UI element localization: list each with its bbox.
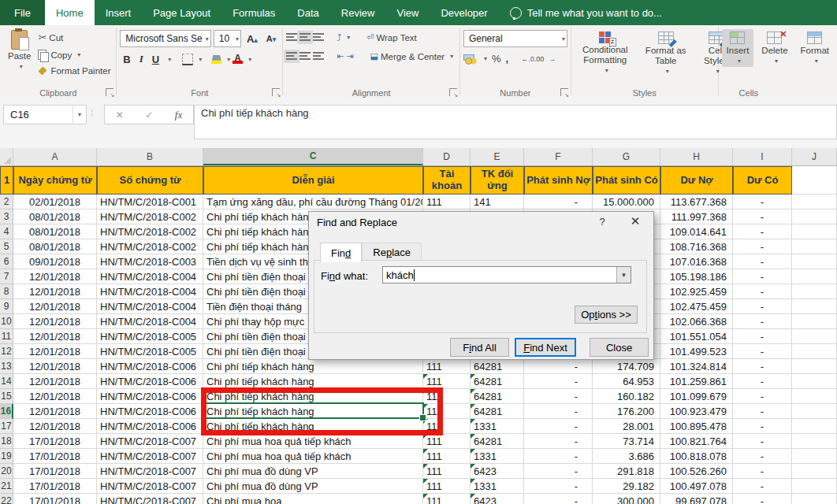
tell-me-box[interactable]: Tell me what you want to do... [510, 0, 662, 25]
cell-C16[interactable]: Chi phí tiếp khách hàng [203, 404, 423, 419]
header-cell-bal_co[interactable]: Dư Có [733, 166, 792, 195]
row-header-20[interactable]: 20 [0, 464, 13, 479]
alignment-dialog-launcher[interactable] [449, 88, 457, 96]
cell-C13[interactable]: Chi phí tiếp khách hàng [203, 359, 423, 374]
cell-I21[interactable]: - [733, 479, 792, 494]
cell-C20[interactable]: Chi phí mua đồ dùng VP [203, 464, 423, 479]
cell-B22[interactable]: HN/TM/C/2018-C007 [97, 494, 203, 504]
cell-B16[interactable]: HN/TM/C/2018-C006 [97, 404, 203, 419]
cell-G20[interactable]: 291.818 [593, 464, 660, 479]
cell-J3[interactable] [792, 209, 837, 224]
find-what-input[interactable]: khách ▼ [382, 266, 631, 284]
row-header-7[interactable]: 7 [0, 269, 13, 284]
tab-formulas[interactable]: Formulas [221, 0, 286, 25]
column-header-E[interactable]: E [471, 148, 524, 165]
cell-A8[interactable]: 12/01/2018 [13, 284, 97, 299]
name-box[interactable]: C16 ▾ [3, 105, 87, 124]
cell-H11[interactable]: 101.551.054 [660, 329, 733, 344]
cell-H16[interactable]: 100.923.479 [660, 404, 733, 419]
cell-I12[interactable]: - [733, 344, 792, 359]
cell-C17[interactable]: Chi phí tiếp khách hàng [203, 419, 423, 434]
cell-B4[interactable]: HN/TM/C/2018-C002 [97, 224, 203, 239]
accounting-format-icon[interactable] [463, 54, 476, 64]
align-right-icon[interactable] [313, 52, 324, 61]
tab-data[interactable]: Data [286, 0, 329, 25]
fill-color-dropdown[interactable]: ▾ [227, 56, 230, 63]
cell-B6[interactable]: HN/TM/C/2018-C003 [97, 254, 203, 269]
cell-B17[interactable]: HN/TM/C/2018-C006 [97, 419, 203, 434]
cell-J11[interactable] [792, 329, 837, 344]
row-header-10[interactable]: 10 [0, 314, 13, 329]
tab-view[interactable]: View [385, 0, 430, 25]
row-header-18[interactable]: 18 [0, 434, 13, 449]
column-header-B[interactable]: B [97, 148, 203, 165]
cell-A20[interactable]: 17/01/2018 [13, 464, 97, 479]
cell-G22[interactable]: 300.000 [593, 494, 660, 504]
font-color-button[interactable]: A [232, 54, 243, 64]
cell-H21[interactable]: 100.497.078 [660, 479, 733, 494]
cell-A16[interactable]: 12/01/2018 [13, 404, 97, 419]
cell-J8[interactable] [792, 284, 837, 299]
cell-A9[interactable]: 12/01/2018 [13, 299, 97, 314]
row-header-2[interactable]: 2 [0, 195, 13, 209]
tab-review[interactable]: Review [330, 0, 386, 25]
cell-J17[interactable] [792, 419, 837, 434]
row-header-14[interactable]: 14 [0, 374, 13, 389]
cell-E19[interactable]: 1331 [471, 449, 524, 464]
format-painter-button[interactable]: Format Painter [35, 65, 113, 77]
column-header-I[interactable]: I [733, 148, 792, 165]
column-header-H[interactable]: H [660, 148, 733, 165]
row-header-13[interactable]: 13 [0, 359, 13, 374]
name-box-dropdown[interactable]: ▾ [73, 106, 86, 124]
cell-I3[interactable]: - [733, 209, 792, 224]
header-cell-bal_no[interactable]: Dư Nợ [660, 166, 733, 195]
cell-I22[interactable]: - [733, 494, 792, 504]
column-header-C[interactable]: C [203, 148, 423, 165]
find-all-button[interactable]: Find All [450, 338, 509, 357]
row-header-5[interactable]: 5 [0, 239, 13, 254]
cell-E18[interactable]: 64281 [471, 434, 524, 449]
cell-H22[interactable]: 99.697.078 [660, 494, 733, 504]
options-button[interactable]: Options >> [575, 306, 638, 324]
cell-I8[interactable]: - [733, 284, 792, 299]
cell-I15[interactable]: - [733, 389, 792, 404]
cell-B20[interactable]: HN/TM/C/2018-C007 [97, 464, 203, 479]
cell-B13[interactable]: HN/TM/C/2018-C006 [97, 359, 203, 374]
font-name-combo[interactable]: Microsoft Sans Se▾ [120, 30, 210, 47]
merge-center-button[interactable]: ⬓ Merge & Center▾ [368, 50, 456, 63]
row-header-12[interactable]: 12 [0, 344, 13, 359]
cell-E16[interactable]: 64281 [471, 404, 524, 419]
cell-D21[interactable]: 111 [423, 479, 471, 494]
select-all-corner[interactable] [0, 148, 13, 165]
cell-J21[interactable] [792, 479, 837, 494]
cell-J19[interactable] [792, 449, 837, 464]
format-cells-button[interactable]: Format▾ [796, 29, 834, 67]
dialog-help-button[interactable]: ? [593, 216, 611, 228]
header-cell-debit[interactable]: Phát sinh Nợ [524, 166, 593, 195]
find-next-button[interactable]: Find Next [515, 338, 576, 357]
wrap-text-button[interactable]: ⏎ Wrap Text [364, 31, 419, 44]
cell-C18[interactable]: Chi phí mua hoa quả tiếp khách [203, 434, 423, 449]
cell-G13[interactable]: 174.709 [593, 359, 660, 374]
confirm-entry-button[interactable]: ✓ [145, 109, 153, 120]
cell-B2[interactable]: HN/TM/C/2018-C001 [97, 195, 203, 209]
cell-J22[interactable] [792, 494, 837, 504]
cell-J1[interactable] [792, 166, 837, 195]
insert-function-button[interactable]: fx [175, 109, 182, 121]
cell-I19[interactable]: - [733, 449, 792, 464]
align-left-icon[interactable] [286, 52, 297, 61]
cell-I20[interactable]: - [733, 464, 792, 479]
paste-dropdown[interactable]: ▾ [20, 63, 23, 70]
increase-font-button[interactable]: A▴ [244, 32, 261, 46]
cell-E15[interactable]: 64281 [471, 389, 524, 404]
cell-F2[interactable]: - [524, 195, 593, 209]
column-header-D[interactable]: D [423, 148, 471, 165]
dialog-tab-find[interactable]: Find [320, 243, 362, 262]
cell-F22[interactable]: - [524, 494, 593, 504]
cell-H8[interactable]: 102.925.459 [660, 284, 733, 299]
cell-I4[interactable]: - [733, 224, 792, 239]
row-header-6[interactable]: 6 [0, 254, 13, 269]
cell-H15[interactable]: 101.099.679 [660, 389, 733, 404]
cell-I7[interactable]: - [733, 269, 792, 284]
cell-B14[interactable]: HN/TM/C/2018-C006 [97, 374, 203, 389]
